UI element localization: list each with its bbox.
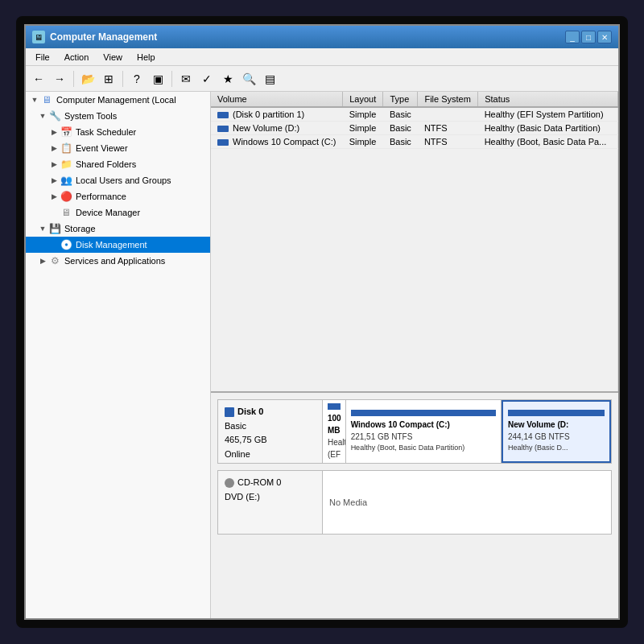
col-filesystem: File System <box>418 92 478 107</box>
menu-view[interactable]: View <box>97 51 129 64</box>
menu-action[interactable]: Action <box>58 51 96 64</box>
services-label: Services and Applications <box>64 256 165 266</box>
task-scheduler-icon: 📅 <box>60 126 72 138</box>
cdrom-name: CD-ROM 0 <box>225 476 316 490</box>
back-button[interactable]: ← <box>29 69 48 89</box>
cell-layout: Simple <box>343 122 383 135</box>
tree-system-tools[interactable]: ▼ 🔧 System Tools <box>26 108 210 124</box>
disk-label: Disk 0Basic465,75 GBOnline <box>218 400 323 463</box>
shared-folders-label: Shared Folders <box>76 159 136 169</box>
disk-size: 465,75 GB <box>225 433 316 448</box>
forward-button[interactable]: → <box>50 69 69 89</box>
volume-table-scroll[interactable]: Volume Layout Type File System Status (D… <box>211 92 618 391</box>
table-row[interactable]: (Disk 0 partition 1)SimpleBasicHealthy (… <box>211 107 618 122</box>
table-row[interactable]: New Volume (D:)SimpleBasicNTFSHealthy (B… <box>211 122 618 135</box>
tree-root-label: Computer Management (Local <box>56 95 176 105</box>
system-tools-label: System Tools <box>64 111 117 121</box>
expand-event[interactable]: ▶ <box>48 142 60 154</box>
local-users-label: Local Users and Groups <box>76 175 171 185</box>
event-viewer-label: Event Viewer <box>76 143 128 153</box>
computer-icon: 🖥 <box>40 93 53 106</box>
tree-disk-management[interactable]: 💿 Disk Management <box>26 237 210 253</box>
partition-detail: Healthy (EF <box>328 436 341 460</box>
expand-task[interactable]: ▶ <box>48 126 60 138</box>
col-type: Type <box>383 92 418 107</box>
partition[interactable]: 100 MBHealthy (EF <box>323 400 346 463</box>
storage-icon: 💾 <box>48 222 61 235</box>
maximize-button[interactable]: □ <box>581 31 596 43</box>
col-layout: Layout <box>343 92 383 107</box>
window-title: Computer Management <box>50 31 560 43</box>
mail-button[interactable]: ✉ <box>176 69 196 89</box>
minimize-button[interactable]: _ <box>565 31 580 43</box>
partition[interactable]: Windows 10 Compact (C:)221,51 GB NTFSHea… <box>346 400 502 463</box>
window-icon: 🖥 <box>32 31 45 43</box>
main-content: ▼ 🖥 Computer Management (Local ▼ 🔧 Syste… <box>26 92 618 618</box>
cell-type: Basic <box>383 122 418 135</box>
cell-type: Basic <box>383 135 418 149</box>
disk-management-icon: 💿 <box>60 238 72 251</box>
toolbar-separator-1 <box>73 71 74 87</box>
partition[interactable]: New Volume (D:244,14 GB NTFSHealthy (Bas… <box>502 400 611 463</box>
tree-device-manager[interactable]: 🖥 Device Manager <box>26 204 210 221</box>
expand-system-tools[interactable]: ▼ <box>37 110 48 122</box>
expand-perf[interactable]: ▶ <box>48 191 60 202</box>
help-button[interactable]: ? <box>127 69 147 89</box>
disk-type: Basic <box>225 419 316 434</box>
toolbar-separator-3 <box>171 71 172 87</box>
expand-shared[interactable]: ▶ <box>48 159 60 170</box>
expand-root[interactable]: ▼ <box>29 94 40 105</box>
tree-services[interactable]: ▶ ⚙ Services and Applications <box>26 253 210 269</box>
cell-volume: (Disk 0 partition 1) <box>211 107 343 122</box>
partition-detail: Healthy (Boot, Basic Data Partition) <box>351 443 496 454</box>
task-scheduler-label: Task Scheduler <box>76 127 136 137</box>
toolbar: ← → 📂 ⊞ ? ▣ ✉ ✓ ★ 🔍 ▤ <box>26 66 618 92</box>
partition-detail: 244,14 GB NTFS <box>508 431 605 443</box>
tree-shared-folders[interactable]: ▶ 📁 Shared Folders <box>26 156 210 172</box>
tree-root[interactable]: ▼ 🖥 Computer Management (Local <box>26 92 210 108</box>
cell-volume: Windows 10 Compact (C:) <box>211 135 343 149</box>
cell-volume: New Volume (D:) <box>211 122 343 135</box>
star-button[interactable]: ★ <box>218 69 237 89</box>
menu-file[interactable]: File <box>29 51 56 64</box>
partition-name: Windows 10 Compact (C:) <box>351 419 496 431</box>
device-manager-label: Device Manager <box>76 208 140 217</box>
screen-bezel: 🖥 Computer Management _ □ ✕ File Action … <box>16 16 628 628</box>
services-icon: ⚙ <box>48 254 61 267</box>
performance-label: Performance <box>76 192 126 201</box>
tree-task-scheduler[interactable]: ▶ 📅 Task Scheduler <box>26 124 210 140</box>
close-button[interactable]: ✕ <box>597 31 612 43</box>
tree-event-viewer[interactable]: ▶ 📋 Event Viewer <box>26 140 210 156</box>
expand-disk <box>48 239 60 250</box>
up-button[interactable]: 📂 <box>78 69 97 89</box>
search-button[interactable]: 🔍 <box>239 69 258 89</box>
show-hide-button[interactable]: ⊞ <box>99 69 118 89</box>
expand-storage[interactable]: ▼ <box>37 223 48 234</box>
tree-local-users[interactable]: ▶ 👥 Local Users and Groups <box>26 172 210 188</box>
cell-status: Healthy (Boot, Basic Data Pa... <box>478 135 618 149</box>
performance-icon: 🔴 <box>60 190 72 203</box>
right-panel: Volume Layout Type File System Status (D… <box>211 92 618 618</box>
list-button[interactable]: ▤ <box>260 69 279 89</box>
device-manager-icon: 🖥 <box>60 206 72 219</box>
table-row[interactable]: Windows 10 Compact (C:)SimpleBasicNTFSHe… <box>211 135 618 149</box>
disk-scroll[interactable]: Disk 0Basic465,75 GBOnline100 MBHealthy … <box>211 393 618 618</box>
event-viewer-icon: 📋 <box>60 142 72 155</box>
check-button[interactable]: ✓ <box>197 69 217 89</box>
tree-performance[interactable]: ▶ 🔴 Performance <box>26 188 210 204</box>
cell-status: Healthy (EFI System Partition) <box>478 107 618 122</box>
expand-services[interactable]: ▶ <box>37 255 48 266</box>
window-controls: _ □ ✕ <box>565 31 612 43</box>
grid-button[interactable]: ▣ <box>148 69 167 89</box>
col-volume: Volume <box>211 92 343 107</box>
expand-users[interactable]: ▶ <box>48 175 60 186</box>
disk-section: Disk 0Basic465,75 GBOnline100 MBHealthy … <box>211 393 618 618</box>
menu-help[interactable]: Help <box>130 51 162 64</box>
tree-panel: ▼ 🖥 Computer Management (Local ▼ 🔧 Syste… <box>26 92 211 618</box>
cdrom-status: No Media <box>323 471 611 534</box>
partition-name: New Volume (D: <box>508 419 605 431</box>
disk-management-label: Disk Management <box>76 240 147 250</box>
cell-filesystem: NTFS <box>418 135 478 149</box>
col-status: Status <box>478 92 618 107</box>
tree-storage[interactable]: ▼ 💾 Storage <box>26 221 210 237</box>
